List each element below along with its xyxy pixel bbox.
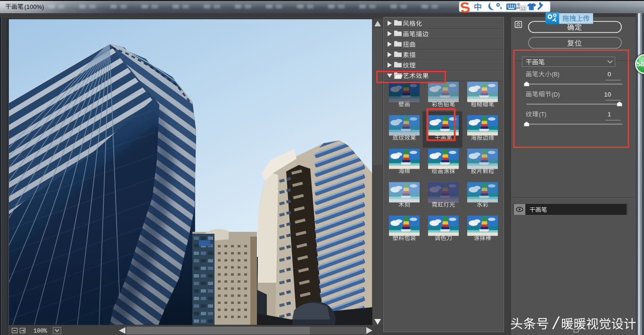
svg-text:1: 1 — [608, 111, 611, 118]
svg-text:(T): (T) — [539, 111, 546, 118]
svg-text:100%: 100% — [33, 328, 48, 335]
svg-text:(B): (B) — [552, 71, 560, 78]
svg-text:(100%): (100%) — [25, 3, 44, 10]
svg-text:58: 58 — [636, 60, 644, 68]
svg-text:10: 10 — [604, 91, 611, 98]
svg-text:S: S — [459, 0, 471, 16]
svg-text:(D): (D) — [552, 91, 560, 98]
svg-text:12: 12 — [520, 6, 525, 11]
svg-text:0: 0 — [608, 71, 611, 78]
